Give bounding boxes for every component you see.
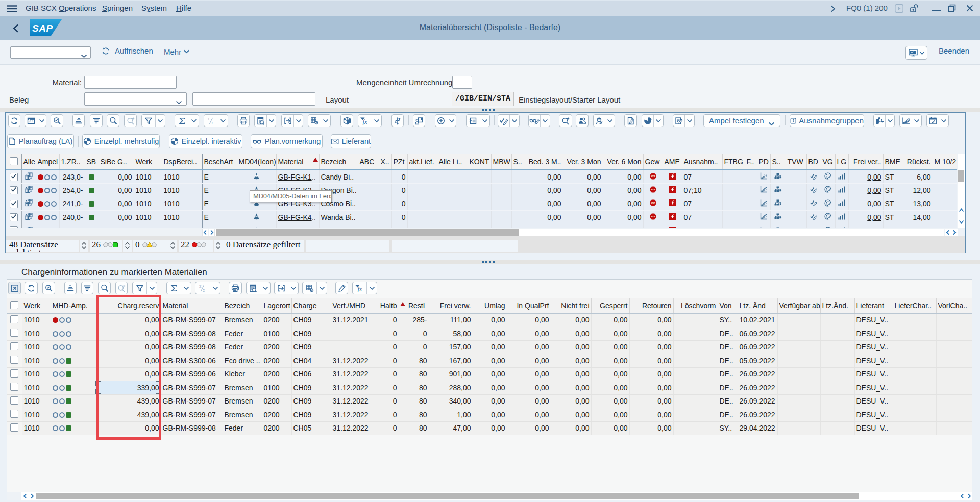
- svg-text:Σ: Σ: [199, 284, 202, 289]
- svg-text:STOP: STOP: [651, 189, 655, 191]
- svg-text:STOP: STOP: [651, 175, 655, 178]
- svg-text:Σ: Σ: [203, 288, 205, 292]
- svg-text:Σ: Σ: [211, 120, 214, 125]
- svg-text:STOP: STOP: [651, 216, 655, 218]
- svg-text:fx: fx: [357, 286, 362, 292]
- svg-text:STOP: STOP: [651, 203, 655, 205]
- svg-text:fx: fx: [363, 118, 368, 125]
- svg-text:Σ: Σ: [208, 117, 210, 121]
